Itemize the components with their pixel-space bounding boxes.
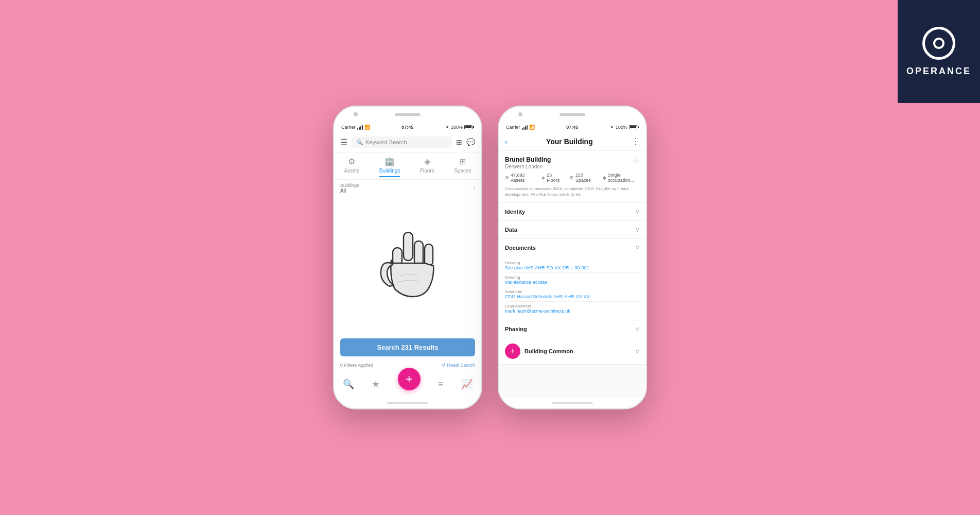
phone1-home-indicator bbox=[334, 398, 481, 408]
phone2-status-left: Carrier 📶 bbox=[506, 125, 535, 130]
documents-chevron-icon: ∧ bbox=[635, 244, 640, 251]
section-identity: Identity ∨ bbox=[499, 203, 646, 221]
doc-item-3: Schedule CDM Hazard Schedule AHS-AHR-XX-… bbox=[505, 287, 640, 302]
building-org: Derwent London bbox=[505, 164, 551, 169]
more-options-button[interactable]: ⋮ bbox=[632, 136, 640, 146]
floors-icon: ◈ bbox=[424, 157, 430, 166]
assets-icon: ⚙ bbox=[348, 157, 355, 166]
identity-section-header[interactable]: Identity ∨ bbox=[499, 203, 646, 220]
filter-row: Buildings All › bbox=[334, 180, 481, 197]
documents-section-header[interactable]: Documents ∧ bbox=[499, 239, 646, 256]
search-results-button[interactable]: Search 231 Results bbox=[340, 338, 475, 356]
bottom-nav-chart[interactable]: 📈 bbox=[461, 379, 472, 390]
phone2-content: ‹ Your Building ⋮ Brunel Building Derwen… bbox=[499, 132, 646, 398]
doc-link-1[interactable]: Site plan AHS-AHR-SO-XX-DR-L-90-001 bbox=[505, 265, 640, 270]
floors-count: 25 Floors bbox=[547, 173, 562, 183]
doc-type-2: Drawing bbox=[505, 275, 640, 280]
occupation-stat-icon: ◆ bbox=[603, 175, 606, 180]
phone2-camera bbox=[518, 112, 522, 116]
p2-carrier-text: Carrier bbox=[506, 125, 520, 130]
building-description: Construction commenced 2016, completed 2… bbox=[505, 186, 640, 197]
stat-spaces: ⊞ 253 Spaces bbox=[570, 173, 594, 183]
doc-link-4[interactable]: mark.nash@acme-architects.uk bbox=[505, 308, 640, 314]
doc-item-2: Drawing Maintenance access bbox=[505, 273, 640, 287]
identity-chevron-icon: ∨ bbox=[635, 208, 640, 215]
doc-type-1: Drawing bbox=[505, 261, 640, 265]
back-button[interactable]: ‹ bbox=[505, 138, 507, 146]
svg-rect-2 bbox=[425, 244, 433, 266]
doc-item-1: Drawing Site plan AHS-AHR-SO-XX-DR-L-90-… bbox=[505, 259, 640, 273]
tab-buildings-label: Buildings bbox=[379, 168, 400, 174]
building-common-chevron-icon: ∨ bbox=[635, 348, 640, 355]
grid-view-button[interactable]: ⊞ bbox=[456, 138, 462, 146]
phasing-chevron-icon: ∨ bbox=[635, 325, 640, 333]
reset-filters-button[interactable]: ↺ Reset Search bbox=[442, 363, 475, 368]
filter-chevron-icon[interactable]: › bbox=[474, 185, 475, 191]
phone2-top-bar bbox=[499, 107, 646, 122]
phone1-content: ☰ 🔍 Keyword Search ⊞ 💬 ⚙ Assets 🏢 Buildi… bbox=[334, 132, 481, 398]
phone1-speaker bbox=[395, 113, 421, 116]
hamburger-button[interactable]: ☰ bbox=[340, 138, 347, 147]
bottom-nav-favorites[interactable]: ★ bbox=[372, 379, 380, 390]
floors-stat-icon: ◈ bbox=[541, 175, 545, 180]
search-icon: 🔍 bbox=[357, 140, 363, 145]
stat-occupation: ◆ Single occupation... bbox=[603, 173, 640, 183]
phone1-bottom-nav: 🔍 ★ + ≡ 📈 bbox=[334, 370, 481, 398]
phone2-status-right: ✦ 100% bbox=[610, 125, 639, 130]
building-common-header[interactable]: + Building Common ∨ bbox=[499, 338, 646, 365]
bc-left-group: + Building Common bbox=[505, 344, 573, 359]
doc-link-3[interactable]: CDM Hazard Schedule AHS-AHR-XX-XX-... bbox=[505, 294, 640, 299]
p2-home-bar bbox=[552, 402, 593, 404]
bluetooth-icon: ✦ bbox=[445, 125, 449, 130]
hand-svg bbox=[377, 230, 439, 302]
building-common-fab[interactable]: + bbox=[505, 344, 520, 359]
favorite-star-button[interactable]: ☆ bbox=[633, 156, 640, 166]
battery-pct: 100% bbox=[451, 125, 463, 130]
p2-battery-icon bbox=[629, 125, 639, 129]
phone1-camera bbox=[354, 112, 358, 116]
wifi-icon: 📶 bbox=[364, 125, 370, 130]
stat-floors: ◈ 25 Floors bbox=[541, 173, 562, 183]
documents-content: Drawing Site plan AHS-AHR-SO-XX-DR-L-90-… bbox=[499, 256, 646, 320]
tab-floors[interactable]: ◈ Floors bbox=[420, 157, 434, 177]
phasing-section-header[interactable]: Phasing ∨ bbox=[499, 320, 646, 338]
phone1-status-left: Carrier 📶 bbox=[341, 125, 370, 130]
tab-assets[interactable]: ⚙ Assets bbox=[344, 157, 359, 177]
tab-buildings[interactable]: 🏢 Buildings bbox=[379, 157, 400, 177]
building-name: Brunel Building bbox=[505, 156, 551, 163]
tab-active-indicator bbox=[379, 176, 400, 177]
building-stats: ⚙ 47,692 Assets ◈ 25 Floors ⊞ 253 Spaces… bbox=[505, 173, 640, 183]
phone2-speaker bbox=[559, 113, 585, 116]
section-building-common: + Building Common ∨ bbox=[499, 338, 646, 365]
svg-rect-0 bbox=[404, 232, 413, 261]
bottom-nav-search[interactable]: 🔍 bbox=[343, 379, 354, 390]
search-box[interactable]: 🔍 Keyword Search bbox=[352, 136, 452, 148]
building-header: ‹ Your Building ⋮ bbox=[499, 132, 646, 151]
filter-info: Buildings All bbox=[340, 183, 359, 194]
doc-link-2[interactable]: Maintenance access bbox=[505, 280, 640, 285]
sections-list: Identity ∨ Data ∨ Documents ∧ bbox=[499, 203, 646, 398]
chat-button[interactable]: 💬 bbox=[466, 138, 475, 146]
stat-assets: ⚙ 47,692 Assets bbox=[505, 173, 533, 183]
p2-battery-pct: 100% bbox=[616, 125, 627, 130]
spaces-stat-icon: ⊞ bbox=[570, 175, 574, 180]
carrier-text: Carrier bbox=[341, 125, 356, 130]
spaces-count: 253 Spaces bbox=[575, 173, 594, 183]
p2-bluetooth-icon: ✦ bbox=[610, 125, 614, 130]
data-section-header[interactable]: Data ∨ bbox=[499, 221, 646, 238]
spaces-icon: ⊞ bbox=[459, 157, 466, 166]
building-common-label: Building Common bbox=[524, 348, 573, 354]
phone2-home-indicator bbox=[499, 398, 646, 408]
building-name-group: Brunel Building Derwent London bbox=[505, 156, 551, 169]
tab-floors-label: Floors bbox=[420, 168, 434, 174]
data-chevron-icon: ∨ bbox=[635, 226, 640, 233]
bottom-nav-list[interactable]: ≡ bbox=[438, 379, 444, 390]
tab-spaces[interactable]: ⊞ Spaces bbox=[454, 157, 471, 177]
phone-building-detail: Carrier 📶 07:45 ✦ 100% bbox=[498, 106, 647, 409]
filter-value: All bbox=[340, 188, 359, 194]
logo-text: OPERANCE bbox=[906, 66, 971, 77]
identity-label: Identity bbox=[505, 209, 525, 215]
p2-wifi-icon: 📶 bbox=[529, 125, 535, 130]
fab-add-button[interactable]: + bbox=[398, 368, 421, 390]
search-placeholder: Keyword Search bbox=[365, 139, 407, 145]
